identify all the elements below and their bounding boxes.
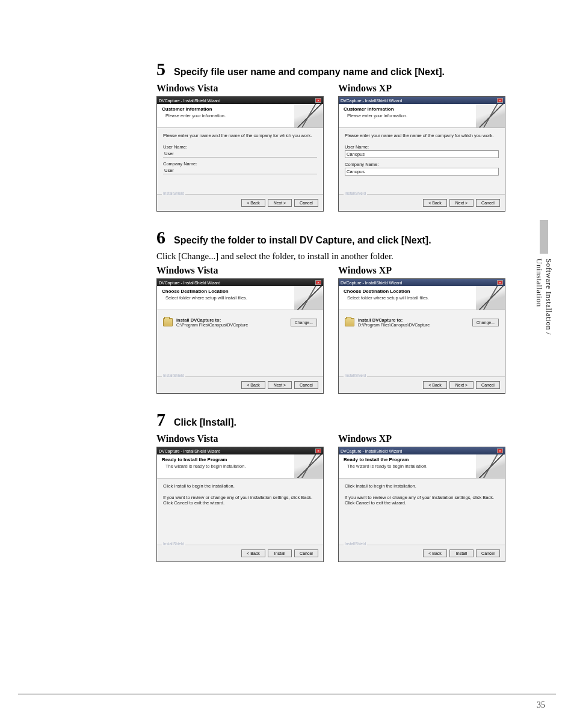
wizard-footer: InstallShield < Back Next > Cancel bbox=[157, 376, 323, 393]
ready-line-2: If you want to review or change any of y… bbox=[163, 495, 317, 506]
wizard-footer: InstallShield < Back Next > Cancel bbox=[157, 194, 323, 211]
xp-titlebar: DVCapture - InstallShield Wizard × bbox=[339, 447, 505, 454]
step-7-vista-col: Windows Vista DVCapture - InstallShield … bbox=[156, 433, 324, 562]
wizard-footer: InstallShield < Back Install Cancel bbox=[339, 545, 505, 561]
step-6-vista-wizard: DVCapture - InstallShield Wizard × Choos… bbox=[156, 278, 324, 394]
step-6: 6 Specify the folder to install DV Captu… bbox=[156, 228, 502, 394]
close-icon[interactable]: × bbox=[315, 98, 321, 103]
xp-titlebar: DVCapture - InstallShield Wizard × bbox=[339, 279, 505, 286]
close-icon[interactable]: × bbox=[497, 448, 503, 453]
wizard-body: Please enter your name and the name of t… bbox=[339, 128, 505, 194]
step-5-columns: Windows Vista DVCapture - InstallShield … bbox=[156, 83, 502, 212]
destination-text: Install DVCapture to: C:\Program Files\C… bbox=[176, 317, 287, 327]
window-title: DVCapture - InstallShield Wizard bbox=[159, 281, 220, 285]
close-icon[interactable]: × bbox=[497, 98, 503, 103]
back-button[interactable]: < Back bbox=[241, 199, 265, 207]
step-7: 7 Click [Install]. Windows Vista DVCaptu… bbox=[156, 411, 502, 562]
user-name-label: User Name: bbox=[163, 144, 317, 150]
next-button[interactable]: Next > bbox=[268, 199, 292, 207]
step-7-columns: Windows Vista DVCapture - InstallShield … bbox=[156, 433, 502, 562]
next-button[interactable]: Next > bbox=[268, 381, 292, 389]
wizard-body: Please enter your name and the name of t… bbox=[157, 128, 323, 194]
close-icon[interactable]: × bbox=[497, 280, 503, 285]
install-button[interactable]: Install bbox=[449, 549, 474, 557]
step-5-xp-col: Windows XP DVCapture - InstallShield Wiz… bbox=[338, 83, 505, 212]
back-button[interactable]: < Back bbox=[241, 549, 265, 557]
company-name-input[interactable]: Canopus bbox=[345, 168, 499, 176]
installshield-brand: InstallShield bbox=[162, 373, 185, 378]
company-name-label: Company Name: bbox=[163, 161, 317, 167]
window-title: DVCapture - InstallShield Wizard bbox=[341, 281, 402, 285]
company-name-label: Company Name: bbox=[345, 162, 499, 167]
wizard-header: Customer Information Please enter your i… bbox=[339, 104, 505, 128]
destination-label: Install DVCapture to: bbox=[358, 317, 469, 323]
cancel-button[interactable]: Cancel bbox=[294, 381, 318, 389]
wizard-header: Customer Information Please enter your i… bbox=[157, 104, 323, 128]
wizard-header-graphic bbox=[476, 104, 505, 128]
step-5-number: 5 bbox=[156, 60, 165, 78]
step-5-vista-col: Windows Vista DVCapture - InstallShield … bbox=[156, 83, 324, 212]
installshield-brand: InstallShield bbox=[162, 542, 185, 546]
wizard-body: Click Install to begin the installation.… bbox=[157, 479, 323, 545]
destination-label: Install DVCapture to: bbox=[176, 317, 287, 323]
change-button[interactable]: Change... bbox=[291, 319, 317, 326]
destination-path: C:\Program Files\Canopus\DVCapture bbox=[176, 323, 287, 327]
cancel-button[interactable]: Cancel bbox=[294, 549, 318, 557]
wizard-header-graphic bbox=[476, 454, 505, 479]
wizard-header-graphic bbox=[294, 104, 323, 128]
install-button[interactable]: Install bbox=[268, 549, 292, 557]
ready-line-1: Click Install to begin the installation. bbox=[163, 483, 317, 489]
wizard-header-graphic bbox=[294, 454, 323, 479]
wizard-footer: InstallShield < Back Install Cancel bbox=[157, 545, 323, 561]
step-7-xp-label: Windows XP bbox=[338, 433, 505, 444]
next-button[interactable]: Next > bbox=[449, 199, 474, 207]
step-6-vista-col: Windows Vista DVCapture - InstallShield … bbox=[156, 265, 324, 394]
side-tab-label: Software Installation / Uninstallation bbox=[534, 258, 554, 376]
step-6-vista-label: Windows Vista bbox=[156, 265, 324, 276]
close-icon[interactable]: × bbox=[315, 280, 321, 285]
wizard-footer: InstallShield < Back Next > Cancel bbox=[339, 194, 505, 211]
company-name-input[interactable]: User bbox=[163, 167, 317, 174]
cancel-button[interactable]: Cancel bbox=[476, 199, 500, 207]
step-6-xp-wizard: DVCapture - InstallShield Wizard × Choos… bbox=[338, 278, 505, 394]
step-6-columns: Windows Vista DVCapture - InstallShield … bbox=[156, 265, 502, 394]
step-7-title: Click [Install]. bbox=[174, 417, 236, 428]
step-5-header: 5 Specify file user name and company nam… bbox=[156, 60, 502, 78]
step-5-vista-label: Windows Vista bbox=[156, 83, 324, 94]
change-button[interactable]: Change... bbox=[472, 319, 499, 326]
step-6-header: 6 Specify the folder to install DV Captu… bbox=[156, 228, 502, 246]
step-7-vista-wizard: DVCapture - InstallShield Wizard × Ready… bbox=[156, 447, 324, 562]
next-button[interactable]: Next > bbox=[449, 381, 474, 389]
back-button[interactable]: < Back bbox=[423, 199, 447, 207]
page-rule bbox=[18, 694, 556, 694]
wizard-header-graphic bbox=[294, 286, 323, 310]
destination-row: Install DVCapture to: D:\Program Files\C… bbox=[345, 317, 499, 327]
wizard-header: Choose Destination Location Select folde… bbox=[339, 286, 505, 310]
step-5-vista-wizard: DVCapture - InstallShield Wizard × Custo… bbox=[156, 96, 324, 212]
xp-titlebar: DVCapture - InstallShield Wizard × bbox=[339, 97, 505, 104]
user-name-label: User Name: bbox=[345, 144, 499, 150]
cancel-button[interactable]: Cancel bbox=[294, 199, 318, 207]
window-title: DVCapture - InstallShield Wizard bbox=[341, 99, 402, 103]
wizard-footer: InstallShield < Back Next > Cancel bbox=[339, 376, 505, 393]
destination-text: Install DVCapture to: D:\Program Files\C… bbox=[358, 317, 469, 327]
cancel-button[interactable]: Cancel bbox=[476, 549, 500, 557]
user-name-input[interactable]: Canopus bbox=[345, 150, 499, 158]
wizard-header: Ready to Install the Program The wizard … bbox=[157, 454, 323, 479]
window-title: DVCapture - InstallShield Wizard bbox=[341, 449, 402, 453]
back-button[interactable]: < Back bbox=[241, 381, 265, 389]
user-name-input[interactable]: User bbox=[163, 150, 317, 158]
back-button[interactable]: < Back bbox=[423, 381, 447, 389]
page-number: 35 bbox=[537, 700, 545, 710]
side-tab: Software Installation / Uninstallation bbox=[539, 220, 549, 376]
page: 5 Specify file user name and company nam… bbox=[0, 0, 574, 728]
back-button[interactable]: < Back bbox=[423, 549, 447, 557]
step-6-number: 6 bbox=[156, 228, 165, 246]
wizard-body: Install DVCapture to: C:\Program Files\C… bbox=[157, 310, 323, 376]
side-tab-handle bbox=[540, 220, 548, 254]
wizard-header-graphic bbox=[476, 286, 505, 310]
ready-line-1: Click Install to begin the installation. bbox=[345, 483, 499, 489]
cancel-button[interactable]: Cancel bbox=[476, 381, 500, 389]
installshield-brand: InstallShield bbox=[344, 542, 367, 546]
close-icon[interactable]: × bbox=[315, 448, 321, 453]
